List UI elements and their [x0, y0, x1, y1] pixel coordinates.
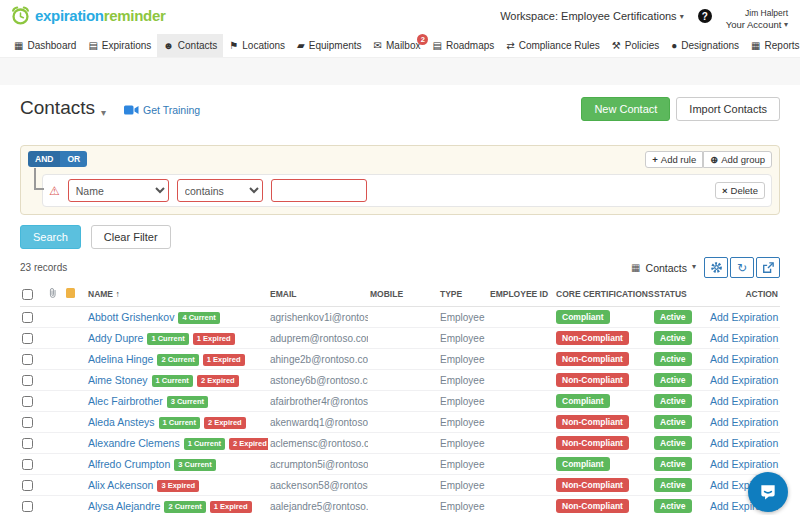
row-checkbox[interactable]	[22, 333, 33, 344]
column-header-status[interactable]: STATUS	[652, 282, 708, 307]
user-name: Jim Halpert	[726, 8, 788, 19]
row-checkbox[interactable]	[22, 438, 33, 449]
current-count-badge: 1 Current	[184, 438, 225, 450]
contact-name-link[interactable]: Adelina Hinge	[88, 353, 153, 365]
contact-name-link[interactable]: Aime Stoney	[88, 374, 148, 386]
brand-logo[interactable]: expirationreminder	[10, 5, 165, 26]
warning-icon	[49, 185, 60, 197]
export-button[interactable]	[756, 257, 780, 278]
delete-rule-button[interactable]: Delete	[715, 182, 765, 199]
row-mobile-cell	[368, 412, 438, 433]
row-type-cell: Employee	[438, 370, 488, 391]
compliance-badge: Non-Compliant	[556, 499, 629, 513]
contact-name-link[interactable]: Alix Ackenson	[88, 479, 153, 491]
column-header-name[interactable]: NAME	[86, 282, 268, 307]
row-name-cell: Aleda Ansteys1 Current2 Expired	[86, 412, 268, 433]
row-action-cell: Add Expiration	[708, 433, 780, 454]
and-button[interactable]: AND	[28, 151, 60, 167]
add-expiration-link[interactable]: Add Expiration	[710, 395, 780, 407]
nav-item-designations[interactable]: ●Designations	[665, 34, 745, 57]
table-row: Aime Stoney1 Current2 Expiredastoney6b@r…	[20, 370, 780, 391]
chevron-down-icon	[692, 262, 696, 271]
column-header-type[interactable]: TYPE	[438, 282, 488, 307]
current-count-badge: 1 Current	[159, 417, 200, 429]
contact-name-link[interactable]: Alfredo Crumpton	[88, 458, 170, 470]
nav-item-locations[interactable]: ⚑Locations	[223, 34, 291, 57]
settings-button[interactable]	[704, 257, 728, 278]
row-type-cell: Employee	[438, 454, 488, 475]
contact-name-link[interactable]: Aleda Ansteys	[88, 416, 155, 428]
add-expiration-link[interactable]: Add Expiration	[710, 374, 780, 386]
row-checkbox[interactable]	[22, 417, 33, 428]
contact-name-link[interactable]: Alec Fairbrother	[88, 395, 163, 407]
nav-item-dashboard[interactable]: ▦Dashboard	[8, 34, 82, 57]
compliance-badge: Non-Compliant	[556, 352, 629, 366]
help-icon[interactable]: ?	[698, 9, 712, 23]
search-button[interactable]: Search	[20, 225, 81, 249]
filter-operator-select[interactable]: contains	[177, 179, 263, 202]
row-checkbox[interactable]	[22, 459, 33, 470]
row-email-cell: agrishenkov1i@rontoso.com	[268, 307, 368, 328]
row-checkbox[interactable]	[22, 396, 33, 407]
row-mobile-cell	[368, 496, 438, 515]
add-rule-button[interactable]: Add rule	[645, 151, 703, 168]
row-checkbox[interactable]	[22, 501, 33, 512]
row-type-cell: Employee	[438, 433, 488, 454]
add-expiration-link[interactable]: Add Expiration	[710, 311, 780, 323]
add-group-button[interactable]: Add group	[703, 151, 772, 168]
row-email-cell: akenwardq1@rontoso.com	[268, 412, 368, 433]
nav-item-roadmaps[interactable]: ▤Roadmaps	[426, 34, 500, 57]
add-expiration-link[interactable]: Add Expiration	[710, 332, 780, 344]
chevron-down-icon	[784, 20, 788, 31]
filter-field-select[interactable]: Name	[68, 179, 169, 202]
nav-item-expirations[interactable]: ▤Expirations	[82, 34, 157, 57]
table-row: Aleda Ansteys1 Current2 Expiredakenwardq…	[20, 412, 780, 433]
filter-value-input[interactable]	[271, 179, 367, 202]
nav-item-mailbox[interactable]: ✉Mailbox2	[368, 34, 427, 57]
row-checkbox[interactable]	[22, 375, 33, 386]
chat-launcher-button[interactable]	[748, 472, 788, 512]
current-count-badge: 3 Current	[167, 396, 208, 408]
select-all-checkbox[interactable]	[22, 289, 33, 300]
column-header-employee-id[interactable]: EMPLOYEE ID	[488, 282, 554, 307]
add-expiration-link[interactable]: Add Expiration	[710, 353, 780, 365]
view-selector[interactable]: ▦ Contacts	[631, 262, 696, 274]
row-checkbox[interactable]	[22, 354, 33, 365]
add-expiration-link[interactable]: Add Expiration	[710, 416, 780, 428]
add-expiration-link[interactable]: Add Expiration	[710, 437, 780, 449]
nav-item-policies[interactable]: ⚒Policies	[606, 34, 665, 57]
row-core-certifications-cell: Non-Compliant	[554, 328, 652, 349]
column-header-core-certifications[interactable]: CORE CERTIFICATIONS	[554, 282, 652, 307]
row-checkbox[interactable]	[22, 312, 33, 323]
contact-name-link[interactable]: Addy Dupre	[88, 332, 143, 344]
row-name-cell: Alfredo Crumpton3 Current	[86, 454, 268, 475]
row-checkbox[interactable]	[22, 480, 33, 491]
brand-name-green: reminder	[104, 7, 166, 24]
account-menu[interactable]: Jim Halpert Your Account	[726, 8, 788, 32]
nav-item-contacts[interactable]: ☻Contacts	[157, 34, 223, 57]
row-type-cell: Employee	[438, 349, 488, 370]
page-title-dropdown[interactable]	[101, 107, 106, 118]
view-selector-label: Contacts	[646, 262, 687, 274]
row-core-certifications-cell: Compliant	[554, 454, 652, 475]
column-header-email[interactable]: EMAIL	[268, 282, 368, 307]
contact-name-link[interactable]: Abbott Grishenkov	[88, 311, 174, 323]
nav-item-reports[interactable]: ▦Reports	[745, 34, 800, 57]
compliance-badge: Non-Compliant	[556, 436, 629, 450]
refresh-button[interactable]: ↻	[730, 257, 754, 278]
clear-filter-button[interactable]: Clear Filter	[91, 225, 171, 249]
workspace-selector[interactable]: Workspace: Employee Certifications	[500, 8, 684, 22]
nav-item-equipments[interactable]: ▰Equipments	[291, 34, 368, 57]
or-button[interactable]: OR	[60, 151, 87, 167]
import-contacts-button[interactable]: Import Contacts	[676, 97, 780, 121]
expired-count-badge: 1 Expired	[210, 501, 252, 513]
add-expiration-link[interactable]: Add Expiration	[710, 458, 780, 470]
column-header-mobile[interactable]: MOBILE	[368, 282, 438, 307]
contact-name-link[interactable]: Alysa Alejandre	[88, 500, 160, 512]
new-contact-button[interactable]: New Contact	[581, 97, 670, 121]
get-training-link[interactable]: Get Training	[124, 104, 200, 116]
row-mobile-cell	[368, 370, 438, 391]
nav-item-compliance-rules[interactable]: ⇄Compliance Rules	[500, 34, 606, 57]
contact-name-link[interactable]: Alexandre Clemens	[88, 437, 180, 449]
row-status-cell: Active	[652, 391, 708, 412]
